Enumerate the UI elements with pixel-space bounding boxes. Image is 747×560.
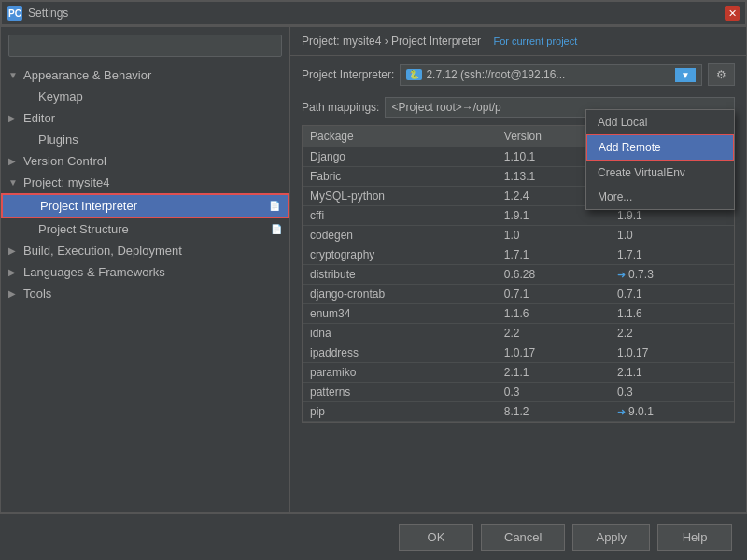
package-version: 1.7.1 — [497, 245, 610, 265]
package-latest: 0.7.1 — [610, 285, 734, 304]
package-latest: ➜ 9.0.1 — [610, 402, 734, 422]
package-name: Fabric — [303, 167, 497, 187]
sidebar: Appearance & Behavior ▶ Keymap Editor ▶ … — [1, 27, 290, 512]
breadcrumb: Project: mysite4 › Project Interpreter — [302, 35, 481, 48]
sidebar-item-keymap[interactable]: ▶ Keymap — [1, 86, 289, 107]
sidebar-label: Version Control — [23, 154, 106, 168]
sidebar-item-build[interactable]: Build, Execution, Deployment — [1, 240, 289, 261]
table-row[interactable]: paramiko 2.1.1 2.1.1 — [303, 363, 734, 383]
sidebar-label: Build, Execution, Deployment — [23, 244, 182, 258]
package-latest: 1.7.1 — [610, 245, 734, 265]
sidebar-item-project-structure[interactable]: ▶ Project Structure 📄 — [1, 218, 289, 240]
package-name: cffi — [303, 206, 497, 226]
interpreter-label: Project Interpreter: — [302, 68, 394, 81]
expand-icon — [8, 113, 20, 123]
package-version: 1.1.6 — [497, 304, 610, 324]
package-latest: 1.0 — [610, 226, 734, 245]
package-version: 1.0 — [497, 226, 610, 245]
table-row[interactable]: pip 8.1.2 ➜ 9.0.1 — [303, 402, 734, 422]
title-bar: PC Settings ✕ — [0, 0, 747, 26]
table-row[interactable]: cryptography 1.7.1 1.7.1 — [303, 245, 734, 265]
table-row[interactable]: idna 2.2 2.2 — [303, 324, 734, 343]
package-name: django-crontab — [303, 285, 497, 304]
sidebar-label: Languages & Frameworks — [23, 265, 165, 279]
close-button[interactable]: ✕ — [725, 6, 740, 21]
dropdown-add-remote[interactable]: Add Remote — [586, 134, 734, 161]
table-row[interactable]: django-crontab 0.7.1 0.7.1 — [303, 285, 734, 304]
package-version: 0.7.1 — [497, 285, 610, 304]
table-row[interactable]: enum34 1.1.6 1.1.6 — [303, 304, 734, 324]
sidebar-item-appearance[interactable]: Appearance & Behavior — [1, 64, 289, 86]
sidebar-item-project-mysite4[interactable]: Project: mysite4 — [1, 172, 289, 193]
package-name: Django — [303, 147, 497, 167]
package-name: distribute — [303, 265, 497, 285]
page-icon: 📄 — [269, 201, 280, 211]
sidebar-item-languages[interactable]: Languages & Frameworks — [1, 261, 289, 283]
col-package: Package — [303, 126, 497, 147]
path-label: Path mappings: — [302, 101, 379, 114]
dropdown-more[interactable]: More... — [586, 185, 734, 209]
package-name: MySQL-python — [303, 187, 497, 206]
for-current-project: For current project — [493, 35, 577, 47]
sidebar-label: Keymap — [38, 90, 83, 104]
expand-icon — [8, 177, 20, 188]
dropdown-menu: Add Local Add Remote Create VirtualEnv M… — [585, 109, 735, 210]
expand-icon — [8, 267, 20, 277]
package-version: 8.1.2 — [497, 402, 610, 422]
package-version: 1.0.17 — [497, 343, 610, 363]
package-name: paramiko — [303, 363, 497, 383]
table-row[interactable]: distribute 0.6.28 ➜ 0.7.3 — [303, 265, 734, 285]
search-input[interactable] — [8, 35, 282, 57]
sidebar-item-editor[interactable]: Editor — [1, 107, 289, 129]
dropdown-add-local[interactable]: Add Local — [586, 110, 734, 134]
package-version: 0.6.28 — [497, 265, 610, 285]
package-latest: 1.1.6 — [610, 304, 734, 324]
dropdown-create-venv[interactable]: Create VirtualEnv — [586, 161, 734, 185]
package-version: 2.2 — [497, 324, 610, 343]
page-icon: 📄 — [271, 224, 282, 234]
sidebar-label: Project Structure — [38, 222, 129, 236]
apply-button[interactable]: Apply — [572, 524, 650, 551]
title-bar-text: Settings — [28, 7, 68, 20]
interpreter-select[interactable]: 🐍 2.7.12 (ssh://root@192.16... ▼ — [400, 64, 702, 86]
package-version: 2.1.1 — [497, 363, 610, 383]
sidebar-item-version-control[interactable]: Version Control — [1, 150, 289, 172]
package-name: idna — [303, 324, 497, 343]
interpreter-dropdown-btn[interactable]: ▼ — [675, 68, 696, 82]
package-name: enum34 — [303, 304, 497, 324]
package-name: codegen — [303, 226, 497, 245]
package-name: patterns — [303, 383, 497, 402]
sidebar-label: Appearance & Behavior — [23, 68, 151, 82]
cancel-button[interactable]: Cancel — [481, 524, 565, 551]
package-version: 0.3 — [497, 383, 610, 402]
help-button[interactable]: Help — [657, 524, 732, 551]
package-name: cryptography — [303, 245, 497, 265]
content-area: Project: mysite4 › Project Interpreter F… — [290, 27, 746, 512]
package-latest: 2.1.1 — [610, 363, 734, 383]
package-name: ipaddress — [303, 343, 497, 363]
package-latest: ➜ 0.7.3 — [610, 265, 734, 285]
package-name: pip — [303, 402, 497, 422]
expand-icon — [8, 70, 20, 80]
table-row[interactable]: patterns 0.3 0.3 — [303, 383, 734, 402]
ok-button[interactable]: OK — [399, 524, 473, 551]
package-latest: 2.2 — [610, 324, 734, 343]
sidebar-label: Plugins — [38, 133, 78, 147]
app-icon: PC — [7, 6, 22, 21]
sidebar-item-plugins[interactable]: ▶ Plugins — [1, 129, 289, 150]
interpreter-value: 2.7.12 (ssh://root@192.16... — [426, 68, 671, 81]
expand-icon — [8, 288, 20, 299]
python-icon: 🐍 — [406, 69, 422, 80]
gear-button[interactable]: ⚙ — [708, 63, 735, 86]
sidebar-label: Tools — [23, 287, 51, 301]
sidebar-item-tools[interactable]: Tools — [1, 283, 289, 304]
package-latest: 0.3 — [610, 383, 734, 402]
sidebar-label: Editor — [23, 111, 55, 125]
package-latest: 1.0.17 — [610, 343, 734, 363]
table-row[interactable]: codegen 1.0 1.0 — [303, 226, 734, 245]
sidebar-item-project-interpreter[interactable]: ▶ Project Interpreter 📄 — [1, 193, 289, 218]
sidebar-label: Project Interpreter — [40, 199, 137, 213]
expand-icon — [8, 156, 20, 166]
table-row[interactable]: ipaddress 1.0.17 1.0.17 — [303, 343, 734, 363]
interpreter-row: Project Interpreter: 🐍 2.7.12 (ssh://roo… — [290, 56, 746, 93]
